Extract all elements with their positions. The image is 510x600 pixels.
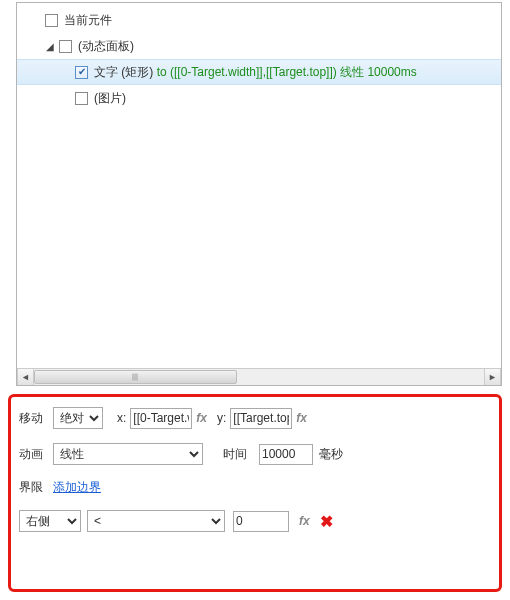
time-label: 时间 <box>223 446 247 463</box>
fx-icon[interactable]: fx <box>299 514 310 528</box>
x-label: x: <box>117 411 126 425</box>
tree-label-base: 文字 (矩形) <box>94 65 153 79</box>
tree-label: 当前元件 <box>64 12 112 29</box>
add-boundary-link[interactable]: 添加边界 <box>53 479 101 496</box>
move-properties-panel: 移动 绝对位置 x: fx y: fx 动画 线性 时间 毫秒 界限 添加边界 <box>8 394 502 592</box>
tree-row-current-widget[interactable]: 当前元件 <box>17 7 502 33</box>
scroll-track[interactable] <box>34 369 484 385</box>
bounds-label: 界限 <box>19 479 53 496</box>
checkbox-icon[interactable]: ✔ <box>75 66 88 79</box>
expand-arrow-icon[interactable]: ◢ <box>43 39 57 53</box>
fx-icon[interactable]: fx <box>296 411 307 425</box>
fx-icon[interactable]: fx <box>196 411 207 425</box>
boundary-op-select[interactable]: < <box>87 510 225 532</box>
tree-label-action: to ([[0-Target.width]],[[Target.top]]) 线… <box>153 65 416 79</box>
scroll-thumb[interactable] <box>34 370 237 384</box>
delete-boundary-icon[interactable]: ✖ <box>320 512 333 531</box>
horizontal-scrollbar[interactable]: ◄ ► <box>17 368 501 385</box>
tree-row-text-rectangle[interactable]: ✔ 文字 (矩形) to ([[0-Target.width]],[[Targe… <box>17 59 502 85</box>
checkbox-icon[interactable] <box>45 14 58 27</box>
y-value-input[interactable] <box>230 408 292 429</box>
row-bounds-label: 界限 添加边界 <box>19 479 491 496</box>
tree-label: (动态面板) <box>78 38 134 55</box>
x-value-input[interactable] <box>130 408 192 429</box>
root-panel: 当前元件 ◢ (动态面板) ✔ 文字 (矩形) to ([[0-Target.w… <box>0 0 510 600</box>
row-animation: 动画 线性 时间 毫秒 <box>19 443 491 465</box>
move-label: 移动 <box>19 410 53 427</box>
row-bounds-condition: 右侧 < fx ✖ <box>19 510 491 532</box>
widget-tree: 当前元件 ◢ (动态面板) ✔ 文字 (矩形) to ([[0-Target.w… <box>17 3 502 111</box>
scroll-right-button[interactable]: ► <box>484 369 501 385</box>
move-type-select[interactable]: 绝对位置 <box>53 407 103 429</box>
tree-label: 文字 (矩形) to ([[0-Target.width]],[[Target.… <box>94 64 417 81</box>
tree-row-dynamic-panel[interactable]: ◢ (动态面板) <box>17 33 502 59</box>
widget-tree-pane: 当前元件 ◢ (动态面板) ✔ 文字 (矩形) to ([[0-Target.w… <box>16 2 502 386</box>
tree-row-image[interactable]: (图片) <box>17 85 502 111</box>
row-move: 移动 绝对位置 x: fx y: fx <box>19 407 491 429</box>
time-unit: 毫秒 <box>319 446 343 463</box>
boundary-side-select[interactable]: 右侧 <box>19 510 81 532</box>
tree-label: (图片) <box>94 90 126 107</box>
y-label: y: <box>217 411 226 425</box>
time-value-input[interactable] <box>259 444 313 465</box>
checkbox-icon[interactable] <box>75 92 88 105</box>
scroll-left-button[interactable]: ◄ <box>17 369 34 385</box>
checkbox-icon[interactable] <box>59 40 72 53</box>
animation-type-select[interactable]: 线性 <box>53 443 203 465</box>
anim-label: 动画 <box>19 446 53 463</box>
boundary-value-input[interactable] <box>233 511 289 532</box>
